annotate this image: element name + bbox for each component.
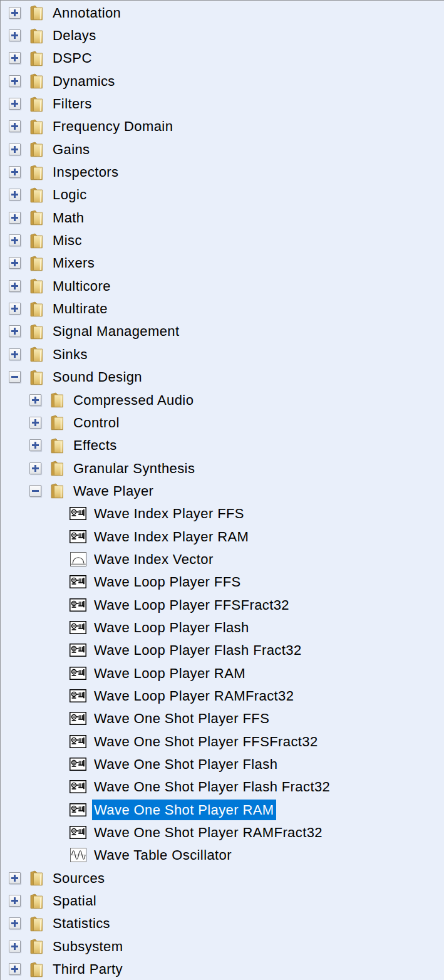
node-label[interactable]: Filters (51, 93, 94, 114)
tree-node[interactable]: Wave One Shot Player RAMFract32 (1, 821, 444, 843)
expand-plus-icon[interactable] (9, 941, 21, 952)
tree-node[interactable]: DSPC (1, 47, 444, 70)
expand-plus-icon[interactable] (9, 7, 21, 19)
tree-node[interactable]: Granular Synthesis (1, 457, 444, 479)
node-label[interactable]: Frequency Domain (51, 116, 175, 137)
node-label[interactable]: Logic (51, 184, 89, 205)
expand-plus-icon[interactable] (9, 348, 21, 360)
tree-node[interactable]: Filters (1, 92, 444, 115)
tree-node[interactable]: Compressed Audio (1, 388, 444, 411)
expand-plus-icon[interactable] (9, 917, 21, 929)
node-label[interactable]: Signal Management (51, 321, 181, 341)
node-label[interactable]: Wave Loop Player RAM (92, 663, 247, 684)
expand-plus-icon[interactable] (9, 120, 21, 132)
tree-node[interactable]: Wave Loop Player RAMFract32 (1, 684, 444, 707)
node-label[interactable]: Wave Index Vector (92, 549, 215, 570)
node-label[interactable]: Wave Table Oscillator (92, 845, 234, 865)
expand-plus-icon[interactable] (9, 98, 21, 110)
expand-plus-icon[interactable] (9, 234, 21, 246)
node-label[interactable]: Wave Loop Player RAMFract32 (92, 685, 296, 706)
tree-node[interactable]: Sinks (1, 343, 444, 365)
node-label[interactable]: Wave One Shot Player RAM (92, 800, 276, 820)
node-label[interactable]: Wave One Shot Player FFS (92, 708, 271, 729)
node-label[interactable]: Spatial (51, 890, 98, 911)
tree-node[interactable]: Wave Player (1, 479, 444, 502)
tree-node[interactable]: Delays (1, 24, 444, 46)
tree-node[interactable]: Wave Index Vector (1, 548, 444, 570)
tree-node[interactable]: Wave One Shot Player Flash Fract32 (1, 776, 444, 798)
expand-plus-icon[interactable] (29, 439, 41, 451)
node-label[interactable]: Compressed Audio (71, 390, 195, 410)
node-label[interactable]: Wave One Shot Player Flash Fract32 (92, 776, 332, 797)
expand-plus-icon[interactable] (29, 394, 41, 406)
node-label[interactable]: Sinks (51, 344, 90, 365)
tree-node[interactable]: Inspectors (1, 160, 444, 183)
node-label[interactable]: Dynamics (51, 71, 117, 91)
tree-node[interactable]: Wave Index Player FFS (1, 503, 444, 525)
expand-plus-icon[interactable] (9, 280, 21, 292)
tree-node[interactable]: Wave Loop Player RAM (1, 662, 444, 684)
node-label[interactable]: Gains (51, 139, 91, 160)
tree-node[interactable]: Misc (1, 229, 444, 251)
tree-node[interactable]: Control (1, 411, 444, 434)
node-label[interactable]: Sources (51, 868, 107, 889)
tree-node[interactable]: Dynamics (1, 70, 444, 92)
node-label[interactable]: Wave One Shot Player FFSFract32 (92, 731, 320, 752)
node-label[interactable]: DSPC (51, 48, 94, 68)
tree-node[interactable]: Multicore (1, 274, 444, 297)
node-label[interactable]: Statistics (51, 913, 112, 934)
collapse-minus-icon[interactable] (9, 371, 21, 383)
tree-node[interactable]: Annotation (1, 1, 444, 24)
tree-node[interactable]: Wave One Shot Player RAM (1, 798, 444, 821)
node-label[interactable]: Wave Index Player FFS (92, 503, 246, 524)
node-label[interactable]: Wave One Shot Player RAMFract32 (92, 822, 324, 843)
node-label[interactable]: Annotation (51, 3, 123, 23)
tree-node[interactable]: Wave Loop Player Flash Fract32 (1, 639, 444, 662)
collapse-minus-icon[interactable] (29, 485, 41, 497)
node-label[interactable]: Granular Synthesis (71, 458, 197, 479)
node-label[interactable]: Third Party (51, 959, 125, 979)
tree-node[interactable]: Third Party (1, 957, 444, 980)
expand-plus-icon[interactable] (9, 895, 21, 907)
node-label[interactable]: Multirate (51, 298, 110, 319)
node-label[interactable]: Multicore (51, 276, 113, 296)
tree-node[interactable]: Wave Table Oscillator (1, 844, 444, 867)
tree-node[interactable]: Multirate (1, 297, 444, 320)
tree-node[interactable]: Logic (1, 184, 444, 206)
expand-plus-icon[interactable] (9, 303, 21, 315)
expand-plus-icon[interactable] (9, 963, 21, 975)
tree-node[interactable]: Gains (1, 138, 444, 160)
tree-node[interactable]: Wave One Shot Player FFSFract32 (1, 730, 444, 753)
tree-node[interactable]: Effects (1, 434, 444, 457)
expand-plus-icon[interactable] (9, 166, 21, 178)
expand-plus-icon[interactable] (9, 325, 21, 337)
tree-node[interactable]: Sound Design (1, 366, 444, 388)
expand-plus-icon[interactable] (9, 212, 21, 224)
tree-node[interactable]: Wave One Shot Player FFS (1, 707, 444, 730)
tree-node[interactable]: Wave One Shot Player Flash (1, 753, 444, 775)
node-label[interactable]: Inspectors (51, 162, 121, 182)
tree-node[interactable]: Mixers (1, 252, 444, 274)
node-label[interactable]: Wave Loop Player FFS (92, 571, 243, 592)
node-label[interactable]: Mixers (51, 253, 96, 273)
expand-plus-icon[interactable] (9, 189, 21, 201)
tree-node[interactable]: Sources (1, 867, 444, 889)
node-label[interactable]: Math (51, 207, 86, 228)
tree-node[interactable]: Spatial (1, 889, 444, 912)
node-label[interactable]: Wave Loop Player Flash (92, 617, 251, 638)
tree-node[interactable]: Subsystem (1, 935, 444, 957)
expand-plus-icon[interactable] (9, 75, 21, 87)
node-label[interactable]: Wave Index Player RAM (92, 526, 250, 547)
expand-plus-icon[interactable] (9, 872, 21, 884)
tree-node[interactable]: Statistics (1, 912, 444, 935)
node-label[interactable]: Misc (51, 230, 84, 251)
expand-plus-icon[interactable] (9, 52, 21, 64)
node-label[interactable]: Effects (71, 435, 119, 456)
tree-node[interactable]: Wave Loop Player FFS (1, 571, 444, 593)
expand-plus-icon[interactable] (9, 257, 21, 269)
node-label[interactable]: Wave Player (71, 481, 155, 501)
tree-node[interactable]: Frequency Domain (1, 115, 444, 138)
node-label[interactable]: Wave Loop Player Flash Fract32 (92, 640, 304, 660)
expand-plus-icon[interactable] (9, 143, 21, 155)
node-label[interactable]: Delays (51, 25, 98, 46)
